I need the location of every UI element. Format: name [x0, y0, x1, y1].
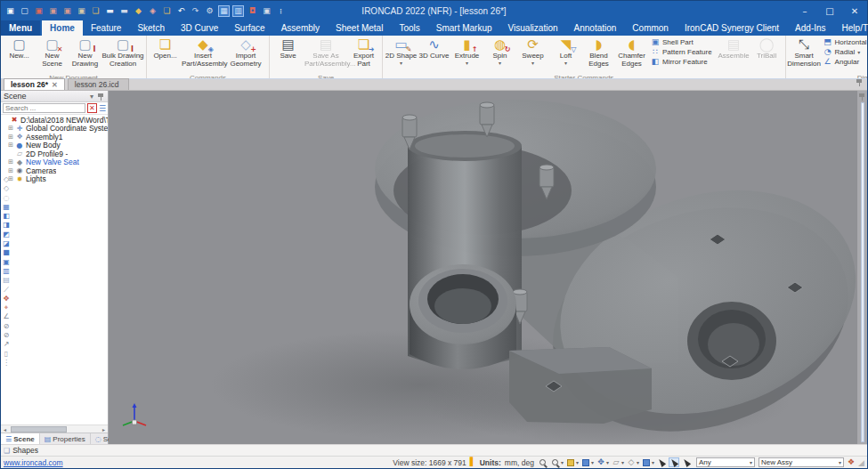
- tree-item[interactable]: ⊞ ❖ Assembly1: [1, 133, 108, 142]
- dropdown-caret-icon[interactable]: ▾: [606, 459, 609, 465]
- quick-access-icon[interactable]: ▥: [232, 5, 244, 17]
- right-panel-pin-icon[interactable]: [858, 93, 866, 101]
- mini-toolbar-icon[interactable]: ⊘: [4, 332, 10, 340]
- expand-toggle-icon[interactable]: ⊞: [8, 158, 15, 166]
- ribbon-button[interactable]: ⟳ Sweep ▾: [516, 36, 549, 74]
- ribbon-tab[interactable]: IronCAD Synergy Client: [677, 20, 787, 36]
- catalog-shapes-tab[interactable]: Shapes: [12, 446, 38, 455]
- status-tool-icon[interactable]: ◇: [626, 457, 637, 467]
- scene-search-input[interactable]: [3, 103, 85, 113]
- ribbon-small-button[interactable]: ⬒ Horizontal ▾: [823, 37, 867, 46]
- clear-search-icon[interactable]: ✕: [87, 103, 97, 113]
- status-tool-icon[interactable]: [641, 457, 652, 467]
- mini-toolbar-icon[interactable]: ◧: [3, 213, 10, 221]
- ribbon-tab[interactable]: Annotation: [566, 20, 625, 36]
- right-collapsed-panel[interactable]: [856, 91, 867, 444]
- ribbon-button[interactable]: ◖ Chamfer Edges: [615, 36, 648, 74]
- tree-item[interactable]: ▱ 2D Profile9 -: [1, 150, 108, 158]
- ribbon-small-button[interactable]: ◧ Mirror Feature: [651, 57, 715, 66]
- close-button[interactable]: ✕: [842, 1, 867, 20]
- quick-access-icon[interactable]: ▣: [47, 5, 59, 17]
- mini-toolbar-icon[interactable]: ◇: [4, 176, 9, 184]
- mini-toolbar-icon[interactable]: ◨: [3, 222, 10, 230]
- status-tool-icon[interactable]: ✥: [596, 457, 606, 467]
- scroll-right-icon[interactable]: ▸: [100, 426, 108, 433]
- mini-toolbar-icon[interactable]: ⟋: [4, 287, 9, 295]
- quick-access-icon[interactable]: ▬: [118, 5, 130, 17]
- panel-tab[interactable]: ☰ Scene: [1, 433, 40, 444]
- quick-access-icon[interactable]: ❏: [90, 5, 101, 17]
- ribbon-tab[interactable]: Tools: [391, 20, 427, 36]
- ribbon-small-button[interactable]: ∷ Pattern Feature: [651, 47, 715, 56]
- dropdown-caret-icon[interactable]: ▾: [561, 459, 564, 465]
- ribbon-tab[interactable]: 3D Curve: [173, 20, 226, 36]
- mini-toolbar-icon[interactable]: ⋮: [3, 360, 10, 368]
- dropdown-caret-icon[interactable]: ▾: [637, 459, 639, 465]
- status-tool-icon[interactable]: [681, 457, 692, 467]
- tree-item[interactable]: ⊞ ✹ Lights: [1, 175, 108, 184]
- ribbon-button[interactable]: ▤ Save: [272, 36, 304, 74]
- ribbon-button[interactable]: ◥▽ Loft ▾: [549, 36, 582, 74]
- ribbon-tab[interactable]: Home: [42, 20, 83, 36]
- ribbon-small-button[interactable]: ◔ Radial ▾: [823, 47, 867, 56]
- ribbon-button[interactable]: ▤ Save As Part/Assembly...: [304, 36, 347, 74]
- tree-item[interactable]: ⊞ ◆ New Valve Seat: [1, 158, 108, 167]
- dropdown-caret-icon[interactable]: ▾: [576, 459, 579, 465]
- ribbon-tab[interactable]: Surface: [226, 20, 272, 36]
- quick-access-icon[interactable]: ▬: [104, 5, 116, 17]
- mini-toolbar-icon[interactable]: ⊘: [4, 323, 10, 331]
- mini-toolbar-icon[interactable]: ↗: [4, 341, 10, 349]
- ribbon-button[interactable]: ◆◈ Insert Part/Assembly: [182, 36, 224, 74]
- document-tab[interactable]: lesson 26.icd: [68, 78, 130, 90]
- dropdown-caret-icon[interactable]: ▾: [652, 459, 654, 465]
- status-tool-icon[interactable]: ▱: [611, 457, 621, 467]
- ribbon-button[interactable]: ▮↑ Extrude ▾: [450, 36, 483, 74]
- ribbon-button[interactable]: ▤ Assemble: [718, 36, 750, 74]
- expand-toggle-icon[interactable]: ⊞: [8, 142, 15, 149]
- quick-access-icon[interactable]: ▣: [33, 5, 45, 17]
- quick-access-icon[interactable]: ▦: [218, 5, 230, 17]
- ribbon-tab[interactable]: Add-Ins: [787, 20, 833, 36]
- expand-toggle-icon[interactable]: ⊞: [8, 125, 15, 132]
- quick-access-icon[interactable]: ▢: [19, 5, 30, 17]
- ribbon-button[interactable]: ◯ TriBall: [750, 36, 783, 74]
- ribbon-button[interactable]: ◗ Blend Edges: [582, 36, 615, 74]
- ribbon-tab[interactable]: Help/Training: [834, 20, 868, 36]
- ribbon-tab[interactable]: Smart Markup: [428, 20, 500, 36]
- tree-item[interactable]: ⊞ ◉ Cameras: [1, 166, 108, 175]
- ribbon-small-button[interactable]: ∠ Angular: [823, 57, 867, 66]
- panel-collapse-icon[interactable]: ▾: [90, 93, 93, 101]
- ribbon-tab[interactable]: Assembly: [273, 20, 328, 36]
- units-value[interactable]: mm, deg: [505, 458, 534, 467]
- ribbon-tab[interactable]: Sketch: [129, 20, 173, 36]
- ribbon-button[interactable]: ▢I Bulk Drawing Creation: [101, 36, 144, 74]
- ribbon-button[interactable]: ◍↻ Spin ▾: [483, 36, 516, 74]
- right-panel-bar[interactable]: [861, 102, 864, 442]
- tree-item[interactable]: ⊞ ✛ Global Coordinate System: [1, 125, 108, 133]
- maximize-button[interactable]: □: [817, 1, 842, 20]
- filter-icon[interactable]: ☰: [99, 104, 106, 113]
- mini-toolbar-icon[interactable]: ■: [3, 249, 10, 257]
- status-tool-icon[interactable]: [565, 457, 576, 467]
- quick-access-icon[interactable]: ▣: [61, 5, 73, 17]
- ribbon-tab[interactable]: Feature: [83, 20, 129, 36]
- assembly-mode-combo[interactable]: New Assy ▾: [758, 457, 844, 467]
- ribbon-button[interactable]: ❏➜ Export Part: [347, 36, 380, 74]
- minimize-button[interactable]: –: [792, 1, 817, 20]
- dropdown-caret-icon[interactable]: ▾: [621, 459, 624, 465]
- mini-toolbar-icon[interactable]: ◪: [3, 240, 10, 248]
- status-tool-icon[interactable]: [538, 457, 548, 467]
- status-tool-icon[interactable]: [550, 457, 561, 467]
- ribbon-tab[interactable]: Common: [624, 20, 677, 36]
- quick-access-icon[interactable]: ⚙: [204, 5, 215, 17]
- ribbon-button[interactable]: ▢I New Drawing: [69, 36, 101, 74]
- quick-access-icon[interactable]: ↷: [190, 5, 201, 17]
- tree-item[interactable]: ✖ D:\data\2018 NEW\Word\TECH-NE: [1, 116, 108, 125]
- selection-filter-combo[interactable]: Any ▾: [696, 457, 755, 467]
- status-tool-icon[interactable]: [656, 457, 667, 467]
- ribbon-tab[interactable]: Menu: [1, 20, 40, 36]
- mini-toolbar-icon[interactable]: ▦: [3, 204, 10, 212]
- ironcad-link[interactable]: www.ironcad.com: [4, 458, 63, 467]
- assembly-icon[interactable]: ❖: [848, 458, 855, 466]
- scrollbar-thumb[interactable]: [11, 426, 67, 433]
